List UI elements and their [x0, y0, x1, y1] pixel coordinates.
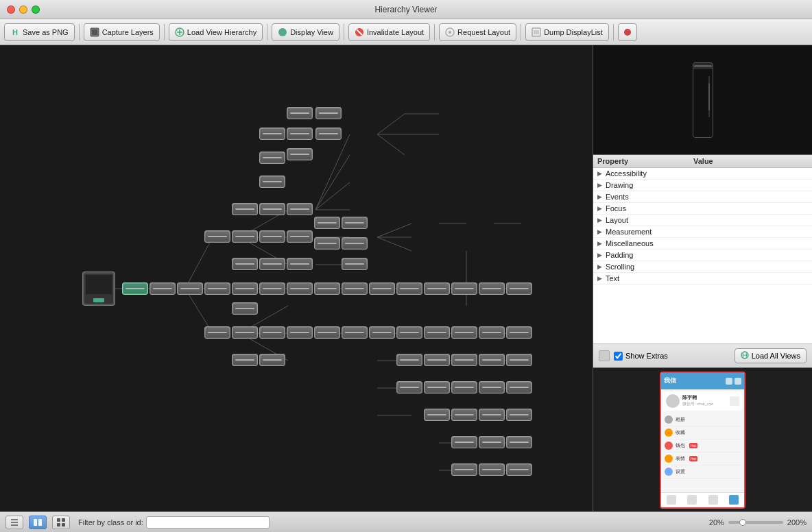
save-png-button[interactable]: H Save as PNG	[4, 23, 75, 41]
tree-node-r3[interactable]	[342, 217, 368, 229]
property-item-drawing[interactable]: ▶Drawing	[593, 180, 812, 191]
tree-node-lll4[interactable]	[479, 381, 505, 394]
property-item-miscellaneous[interactable]: ▶Miscellaneous	[593, 238, 812, 250]
tree-node-e3[interactable]	[506, 436, 532, 448]
tree-node-l5-7[interactable]	[259, 282, 285, 295]
property-item-measurement[interactable]: ▶Measurement	[593, 226, 812, 238]
close-button[interactable]	[7, 5, 15, 14]
minimize-button[interactable]	[19, 5, 27, 14]
tree-node-r2[interactable]	[314, 237, 340, 250]
tree-node-rm9[interactable]	[506, 282, 532, 295]
tree-node-d4[interactable]	[506, 409, 532, 421]
show-extras-checkbox[interactable]	[614, 352, 623, 361]
tree-node-l2-1[interactable]	[122, 282, 148, 295]
tree-node-rm6[interactable]	[424, 282, 450, 295]
tree-node-l3-3[interactable]	[204, 326, 230, 339]
tree-node-rm1[interactable]	[287, 282, 313, 295]
invalidate-layout-button[interactable]: Invalidate Layout	[348, 23, 430, 41]
tree-node-l3-2[interactable]	[204, 282, 230, 295]
tree-node-l2-3[interactable]	[177, 282, 203, 295]
tree-node-f2[interactable]	[479, 463, 505, 476]
tree-node-d1[interactable]	[424, 409, 450, 421]
tree-node-l2-2[interactable]	[150, 282, 176, 295]
app-footer-chat[interactable]	[661, 493, 682, 507]
tree-node-e2[interactable]	[479, 436, 505, 448]
app-profile[interactable]: 陈宇翱 微信号: chat_cyn	[663, 391, 742, 411]
tree-node-l6-4[interactable]	[287, 203, 313, 215]
tree-node-rm8[interactable]	[479, 282, 505, 295]
display-view-button[interactable]: Display View	[272, 23, 339, 41]
tree-node-r1[interactable]	[314, 217, 340, 229]
app-menu-settings[interactable]: 设置	[663, 466, 742, 479]
property-item-text[interactable]: ▶Text	[593, 273, 812, 285]
tree-node-l6-6[interactable]	[287, 258, 313, 270]
tree-node-d2[interactable]	[451, 409, 477, 421]
tree-node-rl6[interactable]	[424, 326, 450, 339]
app-menu-collect[interactable]: 收藏	[663, 426, 742, 439]
tree-node-ll3[interactable]	[451, 354, 477, 366]
app-menu-album[interactable]: 相册	[663, 413, 742, 426]
tree-node-lll1[interactable]	[396, 381, 422, 394]
dump-displaylist-button[interactable]: Dump DisplayList	[525, 23, 609, 41]
tree-node-rm4[interactable]	[369, 282, 395, 295]
capture-layers-button[interactable]: Capture Layers	[84, 23, 160, 41]
tree-node-l5-3[interactable]	[259, 176, 285, 188]
tree-node-l4-7[interactable]	[232, 354, 258, 366]
property-item-layout[interactable]: ▶Layout	[593, 215, 812, 226]
tree-node-rl5[interactable]	[396, 326, 422, 339]
property-item-scrolling[interactable]: ▶Scrolling	[593, 261, 812, 273]
tree-node-l4-2[interactable]	[232, 230, 258, 243]
extra-button[interactable]	[618, 23, 637, 41]
property-item-events[interactable]: ▶Events	[593, 191, 812, 203]
app-footer-me[interactable]	[724, 493, 744, 507]
tree-node-l4-3[interactable]	[232, 258, 258, 270]
tree-node-l6-5[interactable]	[287, 230, 313, 243]
tree-node-e1[interactable]	[451, 436, 477, 448]
tree-node-l4-1[interactable]	[232, 203, 258, 215]
tree-node-l5-1[interactable]	[259, 128, 285, 140]
grid-view-button[interactable]	[52, 516, 70, 529]
tree-node-ll1[interactable]	[396, 354, 422, 366]
tree-node-f3[interactable]	[506, 463, 532, 476]
tree-node-l7-2[interactable]	[315, 128, 342, 140]
load-all-views-button[interactable]: Load All Views	[735, 348, 807, 363]
tree-node-lll3[interactable]	[451, 381, 477, 394]
add-icon-small[interactable]	[735, 378, 741, 385]
tree-node-r4[interactable]	[342, 237, 368, 250]
tree-node-ll4[interactable]	[479, 354, 505, 366]
search-icon-small[interactable]	[726, 378, 732, 385]
tree-node-l6-3[interactable]	[287, 148, 313, 160]
zoom-slider[interactable]	[728, 521, 783, 524]
tree-node-rl1[interactable]	[287, 326, 313, 339]
tree-node-r5[interactable]	[342, 258, 368, 270]
show-extras-checkbox-label[interactable]: Show Extras	[614, 352, 668, 361]
tree-node-lll2[interactable]	[424, 381, 450, 394]
tree-node-rm2[interactable]	[314, 282, 340, 295]
request-layout-button[interactable]: Request Layout	[439, 23, 516, 41]
list-view-button[interactable]	[5, 516, 23, 529]
tree-node-l5-8[interactable]	[259, 326, 285, 339]
tree-node-rm7[interactable]	[451, 282, 477, 295]
app-footer-contacts[interactable]	[682, 493, 702, 507]
hierarchy-panel[interactable]	[0, 45, 593, 511]
tree-node-rl9[interactable]	[506, 326, 532, 339]
maximize-button[interactable]	[32, 5, 40, 14]
root-node[interactable]	[82, 271, 115, 306]
tree-node-rl4[interactable]	[369, 326, 395, 339]
tree-node-ll5[interactable]	[506, 354, 532, 366]
tree-node-l6-2[interactable]	[287, 128, 313, 140]
tree-node-rl7[interactable]	[451, 326, 477, 339]
tree-node-rl8[interactable]	[479, 326, 505, 339]
tree-node-l4-5[interactable]	[232, 302, 258, 315]
tree-node-l7-1[interactable]	[315, 107, 342, 119]
tree-node-rl2[interactable]	[314, 326, 340, 339]
property-item-focus[interactable]: ▶Focus	[593, 203, 812, 215]
app-menu-wallet[interactable]: 钱包 Hot	[663, 439, 742, 452]
tree-node-lll5[interactable]	[506, 381, 532, 394]
app-menu-emoji[interactable]: 表情 Hot	[663, 452, 742, 466]
tree-node-l5-5[interactable]	[259, 230, 285, 243]
tree-node-l5-4[interactable]	[259, 203, 285, 215]
filter-input[interactable]	[146, 516, 270, 529]
load-view-hierarchy-button[interactable]: Load View Hierarchy	[169, 23, 263, 41]
tree-node-l3-1[interactable]	[204, 230, 230, 243]
